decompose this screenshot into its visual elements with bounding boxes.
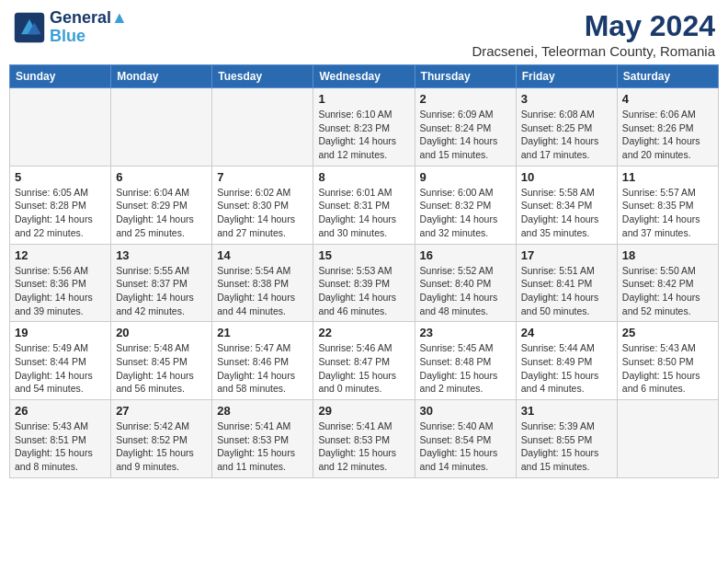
weekday-header: Sunday [10,65,111,88]
cell-day-number: 17 [521,248,612,262]
cell-info: Sunrise: 5:42 AMSunset: 8:52 PMDaylight:… [116,419,207,474]
calendar-header: SundayMondayTuesdayWednesdayThursdayFrid… [10,65,719,88]
calendar-cell: 20Sunrise: 5:48 AMSunset: 8:45 PMDayligh… [111,322,212,400]
calendar-week-row: 19Sunrise: 5:49 AMSunset: 8:44 PMDayligh… [10,322,719,400]
cell-info: Sunrise: 5:43 AMSunset: 8:50 PMDaylight:… [622,341,713,396]
page-header: General▲ Blue May 2024 Dracsenei, Teleor… [9,9,719,59]
cell-info: Sunrise: 6:01 AMSunset: 8:31 PMDaylight:… [318,186,409,240]
cell-day-number: 14 [217,248,308,262]
cell-day-number: 24 [521,326,612,339]
cell-day-number: 28 [217,404,308,418]
weekday-header: Friday [516,65,617,88]
cell-day-number: 12 [15,248,106,262]
calendar-cell: 7Sunrise: 6:02 AMSunset: 8:30 PMDaylight… [212,166,313,244]
cell-info: Sunrise: 5:43 AMSunset: 8:51 PMDaylight:… [15,419,106,474]
cell-info: Sunrise: 5:40 AMSunset: 8:54 PMDaylight:… [420,419,511,474]
calendar-cell [111,88,212,167]
calendar-cell: 8Sunrise: 6:01 AMSunset: 8:31 PMDaylight… [313,166,415,244]
calendar-cell: 15Sunrise: 5:53 AMSunset: 8:39 PMDayligh… [313,244,415,322]
calendar-cell: 12Sunrise: 5:56 AMSunset: 8:36 PMDayligh… [10,244,111,322]
calendar-cell: 16Sunrise: 5:52 AMSunset: 8:40 PMDayligh… [415,244,516,322]
calendar-cell: 14Sunrise: 5:54 AMSunset: 8:38 PMDayligh… [212,244,313,322]
cell-day-number: 9 [420,170,511,184]
cell-day-number: 30 [420,404,511,418]
cell-day-number: 6 [116,170,207,184]
calendar-cell: 21Sunrise: 5:47 AMSunset: 8:46 PMDayligh… [212,322,313,400]
cell-info: Sunrise: 5:45 AMSunset: 8:48 PMDaylight:… [420,341,511,396]
calendar-cell [212,88,313,167]
calendar-cell: 30Sunrise: 5:40 AMSunset: 8:54 PMDayligh… [415,400,516,478]
title-block: May 2024 Dracsenei, Teleorman County, Ro… [472,9,715,59]
calendar-cell: 28Sunrise: 5:41 AMSunset: 8:53 PMDayligh… [212,400,313,478]
cell-day-number: 18 [622,248,713,262]
calendar-cell: 25Sunrise: 5:43 AMSunset: 8:50 PMDayligh… [617,322,718,400]
weekday-row: SundayMondayTuesdayWednesdayThursdayFrid… [10,65,719,88]
cell-info: Sunrise: 5:57 AMSunset: 8:35 PMDaylight:… [622,186,713,240]
calendar-cell [617,400,718,478]
cell-day-number: 31 [521,404,612,418]
calendar-week-row: 5Sunrise: 6:05 AMSunset: 8:28 PMDaylight… [10,166,719,244]
cell-day-number: 26 [15,404,106,418]
cell-info: Sunrise: 6:02 AMSunset: 8:30 PMDaylight:… [217,186,308,240]
calendar-body: 1Sunrise: 6:10 AMSunset: 8:23 PMDaylight… [10,88,719,478]
calendar-cell: 26Sunrise: 5:43 AMSunset: 8:51 PMDayligh… [10,400,111,478]
calendar-cell: 10Sunrise: 5:58 AMSunset: 8:34 PMDayligh… [516,166,617,244]
cell-day-number: 20 [116,326,207,339]
calendar-cell: 31Sunrise: 5:39 AMSunset: 8:55 PMDayligh… [516,400,617,478]
calendar-cell: 24Sunrise: 5:44 AMSunset: 8:49 PMDayligh… [516,322,617,400]
cell-info: Sunrise: 5:39 AMSunset: 8:55 PMDaylight:… [521,419,612,474]
cell-info: Sunrise: 5:54 AMSunset: 8:38 PMDaylight:… [217,264,308,318]
calendar-cell: 1Sunrise: 6:10 AMSunset: 8:23 PMDaylight… [313,88,415,167]
cell-day-number: 4 [622,92,713,106]
cell-info: Sunrise: 5:47 AMSunset: 8:46 PMDaylight:… [217,341,308,396]
calendar-cell: 19Sunrise: 5:49 AMSunset: 8:44 PMDayligh… [10,322,111,400]
calendar-cell: 13Sunrise: 5:55 AMSunset: 8:37 PMDayligh… [111,244,212,322]
cell-day-number: 11 [622,170,713,184]
cell-info: Sunrise: 6:08 AMSunset: 8:25 PMDaylight:… [521,108,612,162]
logo-text: General▲ Blue [50,9,128,46]
cell-info: Sunrise: 5:41 AMSunset: 8:53 PMDaylight:… [217,419,308,474]
calendar-cell: 17Sunrise: 5:51 AMSunset: 8:41 PMDayligh… [516,244,617,322]
cell-day-number: 7 [217,170,308,184]
weekday-header: Tuesday [212,65,313,88]
calendar-cell: 9Sunrise: 6:00 AMSunset: 8:32 PMDaylight… [415,166,516,244]
cell-day-number: 8 [318,170,409,184]
cell-day-number: 22 [318,326,409,339]
cell-info: Sunrise: 5:51 AMSunset: 8:41 PMDaylight:… [521,264,612,318]
cell-day-number: 19 [15,326,106,339]
cell-info: Sunrise: 5:44 AMSunset: 8:49 PMDaylight:… [521,341,612,396]
calendar-cell: 11Sunrise: 5:57 AMSunset: 8:35 PMDayligh… [617,166,718,244]
calendar-cell: 18Sunrise: 5:50 AMSunset: 8:42 PMDayligh… [617,244,718,322]
cell-day-number: 29 [318,404,409,418]
cell-info: Sunrise: 5:50 AMSunset: 8:42 PMDaylight:… [622,264,713,318]
weekday-header: Wednesday [313,65,415,88]
calendar-cell: 4Sunrise: 6:06 AMSunset: 8:26 PMDaylight… [617,88,718,167]
calendar-cell: 22Sunrise: 5:46 AMSunset: 8:47 PMDayligh… [313,322,415,400]
cell-day-number: 23 [420,326,511,339]
calendar-cell: 5Sunrise: 6:05 AMSunset: 8:28 PMDaylight… [10,166,111,244]
calendar-cell: 2Sunrise: 6:09 AMSunset: 8:24 PMDaylight… [415,88,516,167]
cell-day-number: 10 [521,170,612,184]
calendar-cell: 6Sunrise: 6:04 AMSunset: 8:29 PMDaylight… [111,166,212,244]
calendar-week-row: 12Sunrise: 5:56 AMSunset: 8:36 PMDayligh… [10,244,719,322]
cell-info: Sunrise: 5:41 AMSunset: 8:53 PMDaylight:… [318,419,409,474]
cell-info: Sunrise: 6:09 AMSunset: 8:24 PMDaylight:… [420,108,511,162]
cell-day-number: 13 [116,248,207,262]
cell-day-number: 1 [318,92,409,106]
cell-info: Sunrise: 5:52 AMSunset: 8:40 PMDaylight:… [420,264,511,318]
cell-info: Sunrise: 5:53 AMSunset: 8:39 PMDaylight:… [318,264,409,318]
calendar-cell [10,88,111,167]
calendar-title: May 2024 [472,9,715,43]
weekday-header: Thursday [415,65,516,88]
calendar-week-row: 1Sunrise: 6:10 AMSunset: 8:23 PMDaylight… [10,88,719,167]
cell-day-number: 2 [420,92,511,106]
cell-info: Sunrise: 6:06 AMSunset: 8:26 PMDaylight:… [622,108,713,162]
cell-info: Sunrise: 5:46 AMSunset: 8:47 PMDaylight:… [318,341,409,396]
cell-day-number: 25 [622,326,713,339]
cell-info: Sunrise: 6:00 AMSunset: 8:32 PMDaylight:… [420,186,511,240]
cell-info: Sunrise: 5:56 AMSunset: 8:36 PMDaylight:… [15,264,106,318]
calendar-cell: 29Sunrise: 5:41 AMSunset: 8:53 PMDayligh… [313,400,415,478]
cell-info: Sunrise: 5:48 AMSunset: 8:45 PMDaylight:… [116,341,207,396]
weekday-header: Saturday [617,65,718,88]
cell-info: Sunrise: 5:55 AMSunset: 8:37 PMDaylight:… [116,264,207,318]
